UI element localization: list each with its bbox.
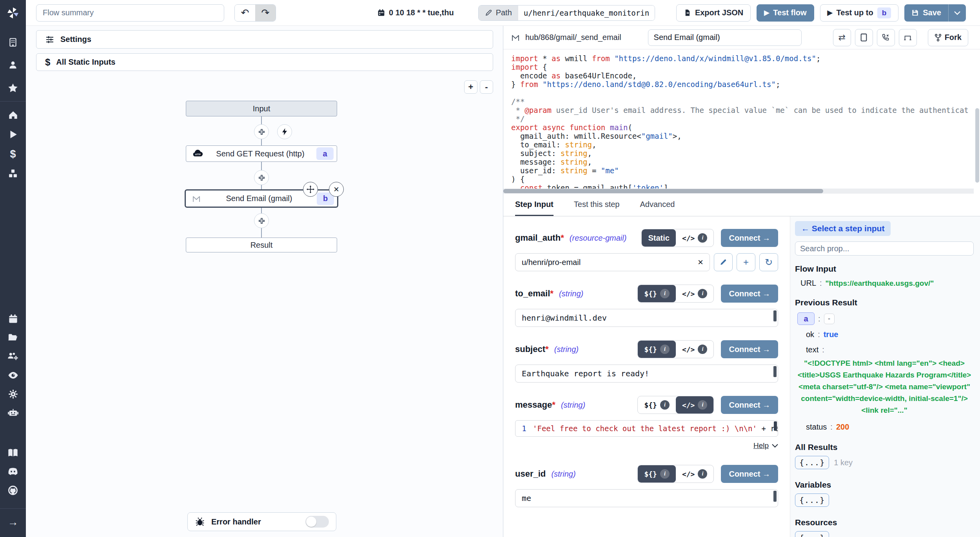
- zoom-in-button[interactable]: +: [464, 80, 477, 94]
- tab-advanced[interactable]: Advanced: [640, 200, 675, 216]
- sidebar-item-workers[interactable]: [4, 405, 22, 421]
- input-scrollbar-thumb[interactable]: [773, 366, 777, 377]
- sidebar-item-favorites[interactable]: [4, 80, 22, 96]
- path-chip[interactable]: Path u/henri/earthquake_monitorin: [478, 5, 655, 21]
- step-a-chip[interactable]: a: [797, 312, 815, 325]
- add-resource-button[interactable]: +: [737, 253, 755, 271]
- collapse-button[interactable]: -: [824, 314, 835, 324]
- mode-javascript[interactable]: </>i: [676, 465, 714, 483]
- connect-button[interactable]: Connect →: [721, 229, 778, 247]
- mode-template[interactable]: ${}i: [638, 396, 676, 414]
- expand-editor-button[interactable]: [855, 29, 873, 46]
- windmill-logo[interactable]: [0, 0, 26, 26]
- connect-button[interactable]: Connect →: [721, 465, 778, 483]
- connect-button[interactable]: Connect →: [721, 340, 778, 358]
- flow-node-input[interactable]: Input: [186, 101, 337, 116]
- sidebar-item-workspace[interactable]: [4, 34, 22, 50]
- info-icon[interactable]: i: [660, 469, 670, 479]
- flow-input-url-row[interactable]: URL : "https://earthquake.usgs.gov/": [795, 279, 974, 288]
- collapse-sidebar-button[interactable]: →: [4, 514, 22, 530]
- user-id-input[interactable]: me: [515, 489, 778, 507]
- help-link[interactable]: Help: [753, 441, 769, 450]
- connect-button[interactable]: Connect →: [721, 396, 778, 414]
- sidebar-item-user[interactable]: [4, 57, 22, 73]
- swap-step-button[interactable]: ⇄: [833, 29, 851, 46]
- tab-step-input[interactable]: Step Input: [515, 200, 554, 216]
- info-icon[interactable]: i: [698, 400, 707, 410]
- input-scrollbar-thumb[interactable]: [773, 491, 777, 502]
- info-icon[interactable]: i: [698, 345, 707, 354]
- mode-template[interactable]: ${}i: [638, 465, 676, 483]
- flow-node-result[interactable]: Result: [186, 238, 337, 252]
- sidebar-item-runs[interactable]: [4, 127, 22, 142]
- edit-resource-button[interactable]: [714, 253, 733, 271]
- code-vertical-scrollbar-thumb[interactable]: [975, 108, 979, 183]
- add-step-button[interactable]: [254, 170, 269, 185]
- mode-javascript[interactable]: </>i: [676, 396, 714, 414]
- error-handler-toggle[interactable]: [305, 516, 329, 528]
- connect-button[interactable]: Connect →: [721, 285, 778, 303]
- sidebar-item-docs[interactable]: [4, 445, 22, 461]
- path-edit-segment[interactable]: Path: [479, 5, 518, 20]
- sidebar-item-folders[interactable]: [4, 330, 22, 345]
- refresh-resource-button[interactable]: ↻: [759, 253, 778, 271]
- mode-template[interactable]: ${}i: [638, 341, 676, 358]
- sidebar-item-discord[interactable]: [4, 464, 22, 479]
- sidebar-item-groups[interactable]: [4, 348, 22, 364]
- info-icon[interactable]: i: [698, 289, 707, 298]
- scrollbar-thumb[interactable]: [503, 189, 823, 193]
- subject-input[interactable]: Earthquake report is ready!: [515, 365, 778, 383]
- delete-node-button[interactable]: ×: [329, 182, 344, 197]
- select-step-input-button[interactable]: ← Select a step input: [795, 221, 891, 236]
- message-code-editor[interactable]: 1 'Feel free to check out the latest rep…: [515, 420, 778, 437]
- sidebar-item-settings[interactable]: [4, 386, 22, 402]
- step-name-input[interactable]: [648, 29, 802, 46]
- tab-test-this-step[interactable]: Test this step: [574, 200, 620, 216]
- sidebar-item-home[interactable]: [4, 107, 22, 123]
- info-icon[interactable]: i: [660, 400, 670, 410]
- mode-javascript[interactable]: </>i: [676, 229, 714, 247]
- flow-summary-input[interactable]: [36, 4, 224, 22]
- undo-button[interactable]: ↶: [235, 5, 255, 21]
- expand-object-button[interactable]: {...}: [795, 493, 829, 507]
- redo-button[interactable]: ↷: [255, 5, 276, 21]
- phone-call-button[interactable]: [877, 29, 895, 46]
- expand-object-button[interactable]: {...}: [795, 531, 829, 537]
- result-ok-row[interactable]: ok : true: [795, 330, 974, 339]
- add-step-button[interactable]: [254, 124, 269, 139]
- mode-javascript[interactable]: </>i: [676, 341, 714, 358]
- sidebar-item-schedules[interactable]: [4, 311, 22, 327]
- sidebar-item-github[interactable]: [4, 483, 22, 498]
- flow-node-step-a[interactable]: HTTP Send GET Request (http) a: [186, 145, 337, 162]
- export-json-button[interactable]: Export JSON: [676, 4, 751, 22]
- info-icon[interactable]: i: [698, 469, 707, 479]
- code-editor[interactable]: import * as wmill from "https://deno.lan…: [503, 49, 980, 194]
- all-static-inputs-button[interactable]: $ All Static Inputs: [36, 53, 493, 71]
- test-up-to-button[interactable]: ▶ Test up to b: [820, 4, 899, 22]
- save-button[interactable]: Save: [904, 4, 949, 22]
- result-text-row[interactable]: text :: [795, 345, 974, 354]
- schedule-summary[interactable]: 0 10 18 * * tue,thu: [377, 8, 454, 17]
- save-dropdown-button[interactable]: [949, 4, 966, 22]
- diff-button[interactable]: [899, 29, 917, 46]
- search-prop-input[interactable]: [795, 241, 974, 256]
- result-text-value[interactable]: "<!DOCTYPE html> <html lang="en"> <head>…: [795, 357, 974, 416]
- mode-template[interactable]: ${}i: [638, 285, 676, 302]
- expand-object-button[interactable]: {...}: [795, 456, 829, 469]
- to-email-input[interactable]: henri@windmill.dev: [515, 309, 778, 327]
- info-icon[interactable]: i: [660, 289, 670, 298]
- flow-settings-button[interactable]: Settings: [36, 30, 493, 49]
- zoom-out-button[interactable]: -: [480, 80, 493, 94]
- add-trigger-button[interactable]: [277, 124, 292, 139]
- fork-button[interactable]: Fork: [928, 29, 968, 46]
- info-icon[interactable]: i: [698, 233, 707, 243]
- sidebar-item-resources[interactable]: [4, 166, 22, 181]
- add-step-button[interactable]: [254, 213, 269, 228]
- result-status-row[interactable]: status : 200: [795, 423, 974, 432]
- clear-resource-button[interactable]: ×: [698, 257, 703, 268]
- hub-script-path[interactable]: hub/868/gmail/_send_email: [510, 33, 621, 42]
- mode-static[interactable]: Static: [642, 229, 675, 247]
- sidebar-item-variables[interactable]: $: [4, 146, 22, 162]
- test-flow-button[interactable]: ▶ Test flow: [757, 4, 814, 22]
- info-icon[interactable]: i: [660, 345, 670, 354]
